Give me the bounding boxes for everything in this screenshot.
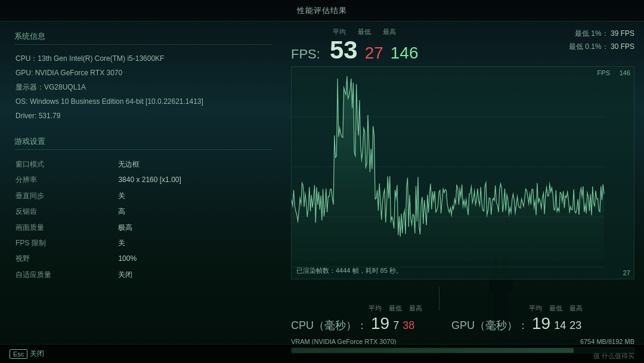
setting-value: 极高 xyxy=(118,220,271,235)
settings-row: 分辨率3840 x 2160 [x1.00] xyxy=(16,173,271,187)
fps-right-stats: 最低 1%： 39 FPS 最低 0.1%： 30 FPS xyxy=(569,27,634,53)
cpu-row: CPU：13th Gen Intel(R) Core(TM) i5-13600K… xyxy=(16,52,271,65)
os-row: OS: Windows 10 Business Edition 64-bit [… xyxy=(16,96,271,109)
gpu-col-min: 最低 xyxy=(549,304,562,313)
setting-label: FPS 限制 xyxy=(16,236,117,250)
cpu-min: 7 xyxy=(393,319,399,332)
right-panel: 平均 最低 最高 FPS: 53 27 146 最低 1%： 39 FPS 最低… xyxy=(286,21,644,363)
low01-value: 30 FPS xyxy=(611,42,634,51)
gpu-row: GPU: NVIDIA GeForce RTX 3070 xyxy=(16,66,271,79)
cpu-col-min: 最低 xyxy=(389,304,402,313)
setting-label: 垂直同步 xyxy=(16,189,117,203)
close-label: 关闭 xyxy=(30,349,44,359)
settings-row: 自适应质量关闭 xyxy=(16,267,271,282)
esc-key[interactable]: Esc xyxy=(10,349,27,359)
settings-row: FPS 限制关 xyxy=(16,236,271,250)
metric-separator xyxy=(439,287,439,310)
os-value: OS: Windows 10 Business Edition 64-bit [… xyxy=(16,96,271,109)
fps-avg: 53 xyxy=(330,38,358,63)
cpu-col-avg: 平均 xyxy=(369,304,382,313)
graph-fps-label: FPS xyxy=(597,69,610,76)
setting-label: 反锯齿 xyxy=(16,204,117,219)
title-bar: 性能评估结果 xyxy=(0,0,644,21)
setting-label: 窗口模式 xyxy=(16,157,117,171)
setting-label: 视野 xyxy=(16,251,117,266)
setting-value: 关闭 xyxy=(118,267,271,282)
gpu-col-max: 最高 xyxy=(569,304,583,313)
cpu-block: 平均 最低 最高 CPU（毫秒）： 19 7 38 xyxy=(291,304,422,333)
fps-col-min: 最低 xyxy=(358,27,371,36)
cpu-max: 38 xyxy=(402,319,414,332)
settings-row: 画面质量极高 xyxy=(16,220,271,235)
gpu-min: 14 xyxy=(554,319,566,332)
page-title: 性能评估结果 xyxy=(297,5,347,16)
game-settings-title: 游戏设置 xyxy=(14,136,272,150)
cpu-avg: 19 xyxy=(371,314,389,333)
left-panel: 系统信息 CPU：13th Gen Intel(R) Core(TM) i5-1… xyxy=(0,21,286,363)
settings-row: 垂直同步关 xyxy=(16,189,271,203)
low1-value: 39 FPS xyxy=(611,29,634,38)
rendered-frames-text: 已渲染帧数：4444 帧，耗时 85 秒。 xyxy=(296,266,402,275)
watermark: 值 什么值得买 xyxy=(593,352,634,361)
display-value: 显示器：VG28UQL1A xyxy=(16,81,271,94)
setting-value: 无边框 xyxy=(118,157,271,171)
cpu-gpu-row: 平均 最低 最高 CPU（毫秒）： 19 7 38 平均 最低 最高 xyxy=(291,283,634,336)
setting-label: 自适应质量 xyxy=(16,267,117,282)
gpu-col-avg: 平均 xyxy=(529,304,542,313)
gpu-ms-label: GPU（毫秒）： xyxy=(451,318,528,333)
setting-value: 关 xyxy=(118,236,271,250)
fps-col-max: 最高 xyxy=(383,27,396,36)
setting-value: 100% xyxy=(118,251,271,266)
fps-graph-container: FPS 146 27 已渲染帧数：4444 帧，耗时 85 秒。 xyxy=(291,66,634,279)
setting-value: 3840 x 2160 [x1.00] xyxy=(118,173,271,187)
cpu-ms-label: CPU（毫秒）： xyxy=(291,318,367,333)
cpu-col-max: 最高 xyxy=(409,304,422,313)
driver-value: Driver: 531.79 xyxy=(16,110,271,123)
settings-row: 视野100% xyxy=(16,251,271,266)
setting-label: 分辨率 xyxy=(16,173,117,187)
fps-min: 27 xyxy=(365,45,383,61)
driver-row: Driver: 531.79 xyxy=(16,110,271,123)
setting-label: 画面质量 xyxy=(16,220,117,235)
settings-row: 反锯齿高 xyxy=(16,204,271,219)
graph-top-value: 146 xyxy=(620,69,630,76)
graph-bottom-value: 27 xyxy=(623,269,630,276)
gpu-value: GPU: NVIDIA GeForce RTX 3070 xyxy=(16,66,271,79)
cpu-value: CPU：13th Gen Intel(R) Core(TM) i5-13600K… xyxy=(16,52,271,65)
low01-label: 最低 0.1%： xyxy=(569,42,609,51)
settings-row: 窗口模式无边框 xyxy=(16,157,271,171)
fps-max: 146 xyxy=(391,45,419,61)
fps-label: FPS: xyxy=(291,47,320,62)
gpu-avg: 19 xyxy=(532,314,550,333)
fps-col-avg: 平均 xyxy=(333,27,346,36)
gpu-max: 23 xyxy=(569,319,581,332)
setting-value: 高 xyxy=(118,204,271,219)
bottom-bar: Esc 关闭 值 什么值得买 xyxy=(0,344,644,363)
display-row: 显示器：VG28UQL1A xyxy=(16,81,271,94)
fps-chart xyxy=(292,67,634,279)
gpu-block: 平均 最低 最高 GPU（毫秒）： 19 14 23 xyxy=(451,304,583,333)
settings-table: 窗口模式无边框分辨率3840 x 2160 [x1.00]垂直同步关反锯齿高画面… xyxy=(14,156,272,283)
esc-close-button[interactable]: Esc 关闭 xyxy=(10,349,44,359)
system-info-title: 系统信息 xyxy=(14,31,272,45)
setting-value: 关 xyxy=(118,189,271,203)
main-content: 系统信息 CPU：13th Gen Intel(R) Core(TM) i5-1… xyxy=(0,21,644,363)
low1-label: 最低 1%： xyxy=(575,29,609,38)
system-info-table: CPU：13th Gen Intel(R) Core(TM) i5-13600K… xyxy=(14,51,272,124)
